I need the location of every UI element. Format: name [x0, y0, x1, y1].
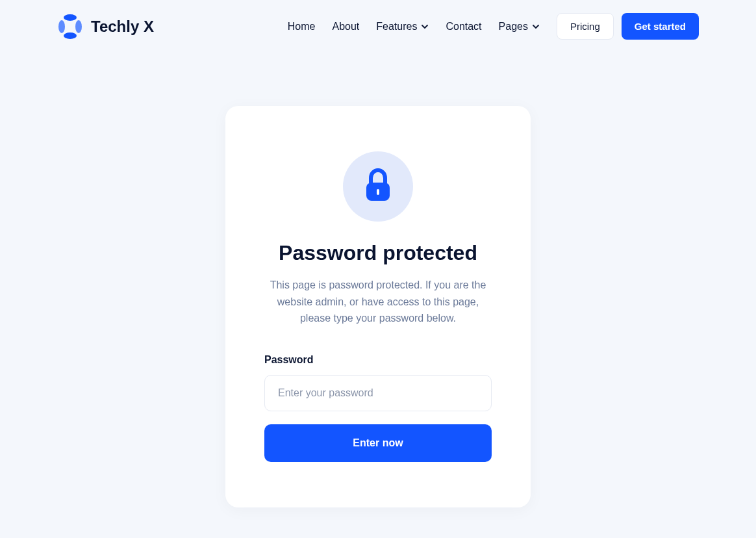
svg-point-3	[75, 20, 82, 33]
header-buttons: Pricing Get started	[557, 13, 699, 40]
svg-point-0	[64, 14, 77, 21]
nav-link-home[interactable]: Home	[288, 21, 316, 32]
password-card: Password protected This page is password…	[225, 106, 531, 507]
pricing-button[interactable]: Pricing	[557, 13, 614, 40]
page-title: Password protected	[279, 241, 477, 265]
get-started-button[interactable]: Get started	[622, 13, 699, 40]
chevron-down-icon	[421, 23, 429, 31]
nav-link-pages[interactable]: Pages	[499, 21, 540, 32]
enter-button[interactable]: Enter now	[264, 424, 492, 462]
logo-icon	[57, 14, 83, 40]
nav-label: Pages	[499, 21, 528, 32]
nav-label: About	[332, 21, 359, 32]
chevron-down-icon	[532, 23, 540, 31]
nav-label: Home	[288, 21, 316, 32]
nav-link-contact[interactable]: Contact	[446, 21, 481, 32]
svg-rect-5	[377, 189, 379, 195]
main-nav: Home About Features Contact Pages	[288, 21, 540, 32]
password-label: Password	[264, 354, 492, 366]
nav-label: Contact	[446, 21, 481, 32]
page-description: This page is password protected. If you …	[264, 277, 492, 327]
lock-icon-circle	[343, 151, 413, 222]
svg-point-2	[58, 20, 65, 33]
nav-link-features[interactable]: Features	[376, 21, 429, 32]
svg-point-1	[64, 32, 77, 39]
nav-link-about[interactable]: About	[332, 21, 359, 32]
main-content: Password protected This page is password…	[0, 53, 756, 507]
nav-label: Features	[376, 21, 417, 32]
password-input[interactable]	[264, 375, 492, 411]
lock-icon	[364, 168, 392, 205]
password-form: Password Enter now	[264, 354, 492, 462]
logo[interactable]: Techly X	[57, 14, 154, 40]
logo-text: Techly X	[91, 18, 154, 36]
header: Techly X Home About Features Contact Pag…	[0, 0, 756, 53]
